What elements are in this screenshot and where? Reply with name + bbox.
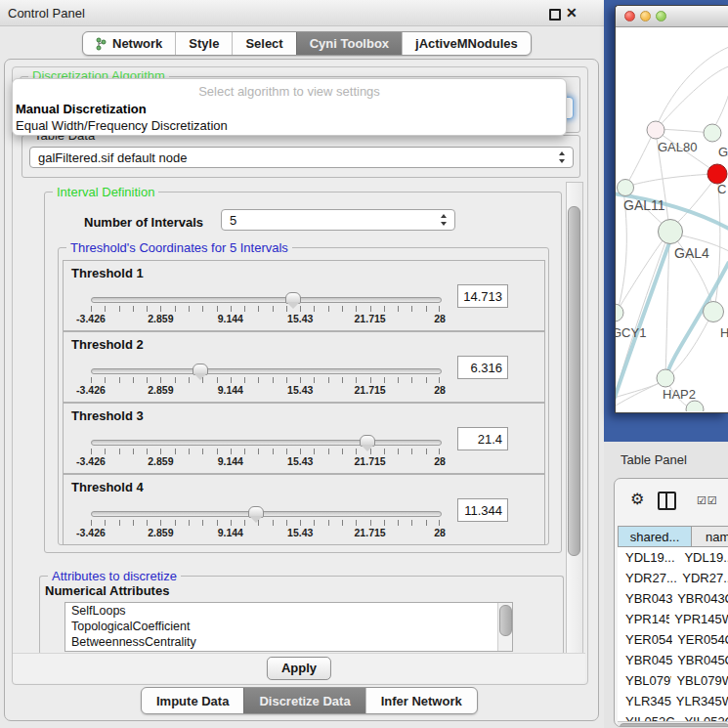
threshold-2-label: Threshold 2 <box>71 337 144 352</box>
slider-handle[interactable] <box>285 292 301 304</box>
apply-strip: Apply <box>13 653 585 683</box>
list-item[interactable]: BetweennessCentrality <box>65 634 512 650</box>
threshold-1-block: Threshold 1 -3.426 2.859 9.144 15.43 21.… <box>63 260 545 331</box>
zoom-traffic-light-icon[interactable] <box>656 11 666 21</box>
network-window-titlebar[interactable] <box>616 6 728 27</box>
node-red <box>707 164 727 184</box>
node-label: HAP2 <box>663 387 696 402</box>
columns-icon[interactable] <box>658 492 676 510</box>
bottom-tab-bar: Impute Data Discretize Data Infer Networ… <box>141 687 478 714</box>
float-window-icon[interactable] <box>549 9 561 21</box>
node-label: GAL4 <box>674 245 709 261</box>
node-label: H <box>720 325 728 340</box>
table-row[interactable]: YLR345WYLR345W <box>618 691 728 711</box>
network-canvas[interactable]: GAL80 GA GAL11 GAL4 GCY1 H HAP2 C <box>616 27 728 411</box>
number-of-intervals-label: Number of Intervals <box>84 215 203 230</box>
node-gal80 <box>647 121 664 139</box>
popup-placeholder: Select algorithm to view settings <box>13 79 566 99</box>
threshold-3-slider[interactable] <box>91 440 442 446</box>
threshold-1-slider[interactable] <box>91 297 442 303</box>
node-label: GAL11 <box>623 197 665 213</box>
tab-cyni-toolbox[interactable]: Cyni Toolbox <box>296 32 402 55</box>
table-body: YDL19...YDL19... YDR27...YDR27... YBR043… <box>618 547 728 721</box>
numerical-attributes-list[interactable]: SelfLoops TopologicalCoefficient Between… <box>64 602 513 652</box>
thresholds-group: Threshold's Coordinates for 5 Intervals … <box>58 247 549 545</box>
tab-discretize-data[interactable]: Discretize Data <box>243 688 364 713</box>
table-panel-region: Table Panel ⚙ ☑☑ shared... name YDL19...… <box>604 442 728 728</box>
threshold-4-label: Threshold 4 <box>71 480 144 494</box>
numerical-attributes-label: Numerical Attributes <box>45 583 169 598</box>
scrollbar-thumb[interactable] <box>499 605 512 636</box>
table-row[interactable]: YBR043CYBR043C <box>618 588 728 609</box>
group-title: Attributes to discretize <box>48 569 181 583</box>
group-title: Interval Definition <box>53 185 158 199</box>
threshold-2-slider[interactable] <box>91 368 442 374</box>
table-row[interactable]: YPR145WYPR145W <box>618 609 728 629</box>
close-traffic-light-icon[interactable] <box>624 11 635 21</box>
threshold-1-label: Threshold 1 <box>71 266 144 280</box>
tab-infer-network[interactable]: Infer Network <box>365 688 477 713</box>
close-icon[interactable]: ✕ <box>566 5 578 21</box>
scrollbar-thumb[interactable] <box>568 206 580 556</box>
tab-select[interactable]: Select <box>232 32 295 55</box>
threshold-2-value-field[interactable]: 6.316 <box>457 356 508 379</box>
node-h <box>704 302 724 322</box>
tab-style[interactable]: Style <box>175 32 232 55</box>
list-item[interactable]: SelfLoops <box>65 603 512 619</box>
node-gcy1 <box>616 304 623 321</box>
table-row[interactable]: YIL052CYIL052C <box>618 711 728 721</box>
table-row[interactable]: YBL079WYBL079W <box>618 670 728 691</box>
interval-definition-group: Interval Definition Number of Intervals … <box>44 192 562 553</box>
table-row[interactable]: YDR27...YDR27... <box>618 568 728 588</box>
attributes-group: Attributes to discretize Numerical Attri… <box>39 576 564 655</box>
spinner-arrows-icon <box>559 151 566 163</box>
threshold-4-block: Threshold 4 -3.426 2.859 9.144 15.43 21.… <box>63 474 545 545</box>
threshold-3-value-field[interactable]: 21.4 <box>457 427 508 450</box>
main-scrollbar[interactable] <box>566 182 583 654</box>
node-label: C <box>717 182 726 196</box>
tab-impute-data[interactable]: Impute Data <box>142 688 243 713</box>
table-panel-title: Table Panel <box>621 452 687 467</box>
checkbox-icons[interactable]: ☑☑ <box>697 494 718 507</box>
minimize-traffic-light-icon[interactable] <box>640 11 651 21</box>
slider-handle[interactable] <box>193 364 208 375</box>
slider-ticks <box>91 449 440 454</box>
popup-option-equal-width-frequency[interactable]: Equal Width/Frequency Discretization <box>13 116 566 133</box>
spinner-arrows-icon <box>441 214 448 226</box>
node-bottom-partial <box>686 401 704 411</box>
tab-jactivemnodules[interactable]: jActiveMNodules <box>402 32 531 55</box>
scrollbar-thumb[interactable] <box>620 723 728 727</box>
gear-icon[interactable]: ⚙ <box>630 492 644 507</box>
top-tab-bar: Network Style Select Cyni Toolbox jActiv… <box>82 31 532 56</box>
threshold-3-block: Threshold 3 -3.426 2.859 9.144 15.43 21.… <box>63 403 545 474</box>
table-data-combobox[interactable]: galFiltered.sif default node <box>29 147 574 168</box>
threshold-2-block: Threshold 2 -3.426 2.859 9.144 15.43 21.… <box>63 331 545 403</box>
algorithm-dropdown-popup: Select algorithm to view settings Manual… <box>12 78 567 136</box>
tab-network[interactable]: Network <box>83 32 175 55</box>
table-row[interactable]: YBR045CYBR045C <box>618 650 728 670</box>
table-horizontal-scrollbar[interactable] <box>618 721 728 727</box>
threshold-3-label: Threshold 3 <box>71 408 144 423</box>
popup-option-manual-discretization[interactable]: Manual Discretization <box>13 99 566 116</box>
table-row[interactable]: YDL19...YDL19... <box>618 547 728 568</box>
list-scrollbar[interactable] <box>497 603 512 651</box>
threshold-4-slider[interactable] <box>91 511 442 517</box>
slider-handle[interactable] <box>248 506 264 518</box>
network-icon <box>96 37 107 51</box>
list-item[interactable]: TopologicalCoefficient <box>65 619 512 634</box>
node-label: GA <box>718 145 728 159</box>
node-label: GCY1 <box>616 325 646 340</box>
node-top-right <box>704 124 721 142</box>
slider-ticks <box>91 377 440 383</box>
apply-button[interactable]: Apply <box>267 657 331 680</box>
table-row[interactable]: YER054CYER054C <box>618 629 728 650</box>
node-table-panel: ⚙ ☑☑ shared... name YDL19...YDL19... YDR… <box>614 478 728 727</box>
tab-label: Network <box>112 36 162 51</box>
node-hap2 <box>657 369 674 387</box>
column-header-name[interactable]: name <box>691 526 728 547</box>
number-of-intervals-combobox[interactable]: 5 <box>221 209 455 231</box>
threshold-4-value-field[interactable]: 11.344 <box>457 498 508 522</box>
threshold-1-value-field[interactable]: 14.713 <box>457 284 508 308</box>
column-header-shared-name[interactable]: shared... <box>618 526 692 547</box>
slider-handle[interactable] <box>360 435 375 447</box>
